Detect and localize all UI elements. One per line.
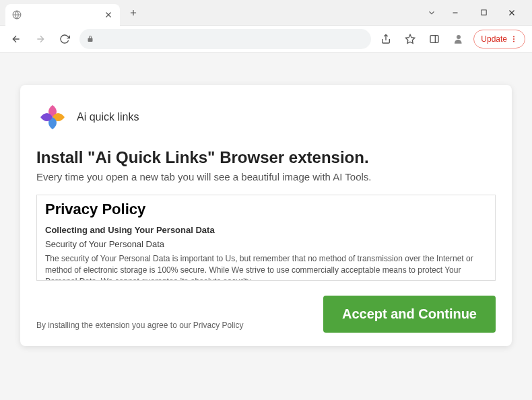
window-buttons [427, 3, 527, 22]
policy-section-heading: Collecting and Using Your Personal Data [45, 225, 487, 235]
svg-rect-2 [430, 35, 438, 42]
minimize-icon [451, 9, 459, 17]
window-titlebar [0, 0, 532, 26]
headline: Install "Ai Quick Links" Browser extensi… [36, 148, 496, 167]
accept-button[interactable]: Accept and Continue [323, 296, 496, 333]
chevron-down-icon[interactable] [427, 8, 436, 18]
toolbar-actions: Update [376, 30, 525, 48]
address-bar[interactable] [79, 29, 371, 49]
update-button[interactable]: Update [473, 30, 525, 48]
tab-bar [5, 0, 427, 25]
back-button[interactable] [7, 30, 26, 48]
new-tab-button[interactable] [124, 3, 143, 22]
privacy-policy-box[interactable]: Privacy Policy Collecting and Using Your… [36, 195, 496, 281]
card-footer: By installing the extension you agree to… [36, 296, 496, 333]
policy-title: Privacy Policy [45, 201, 487, 218]
plus-icon [129, 8, 138, 18]
bookmark-button[interactable] [401, 30, 420, 48]
policy-section-sub: Security of Your Personal Data [45, 239, 487, 249]
maximize-icon [480, 9, 488, 16]
arrow-right-icon [35, 34, 46, 44]
update-label: Update [481, 34, 507, 44]
maximize-button[interactable] [474, 3, 493, 22]
lock-icon [86, 35, 94, 43]
close-icon[interactable] [104, 10, 113, 20]
reload-icon [59, 34, 70, 44]
forward-button[interactable] [31, 30, 50, 48]
reload-button[interactable] [55, 30, 74, 48]
svg-rect-1 [481, 10, 486, 15]
user-icon [453, 33, 465, 45]
more-icon [510, 35, 518, 43]
panel-icon [429, 34, 440, 44]
minimize-button[interactable] [446, 3, 465, 22]
share-icon [380, 34, 391, 44]
brand-icon [36, 101, 69, 133]
profile-button[interactable] [449, 30, 468, 48]
page-viewport: pcrisk.com Ai quick links Install "Ai Qu… [0, 53, 532, 400]
agree-text: By installing the extension you agree to… [36, 321, 244, 333]
close-window-button[interactable] [502, 3, 521, 22]
brand-name: Ai quick links [77, 111, 139, 123]
close-icon [507, 8, 517, 18]
svg-point-4 [513, 36, 514, 37]
brand-row: Ai quick links [36, 101, 496, 133]
svg-point-6 [513, 40, 514, 42]
share-button[interactable] [376, 30, 395, 48]
browser-tab[interactable] [5, 4, 120, 26]
arrow-left-icon [11, 34, 22, 44]
sidepanel-button[interactable] [425, 30, 444, 48]
policy-section-body: The security of Your Personal Data is im… [45, 253, 487, 281]
globe-icon [12, 10, 22, 20]
star-icon [405, 34, 415, 44]
browser-toolbar: Update [0, 26, 532, 53]
svg-point-3 [457, 35, 461, 39]
svg-point-5 [513, 38, 514, 40]
subtitle: Every time you open a new tab you will s… [36, 171, 496, 182]
install-card: Ai quick links Install "Ai Quick Links" … [20, 85, 512, 346]
